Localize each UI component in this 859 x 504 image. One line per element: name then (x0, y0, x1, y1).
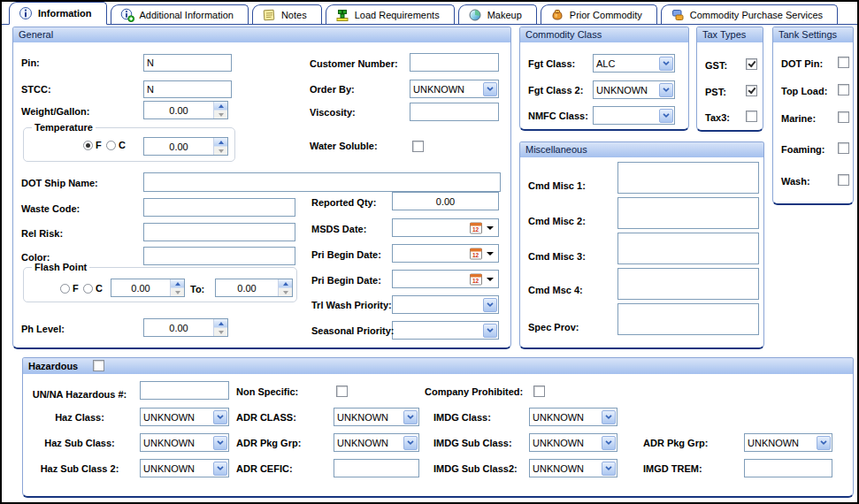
chevron-down-icon[interactable] (659, 57, 673, 71)
reported-qty-field[interactable] (392, 192, 499, 210)
imdg-class-dropdown[interactable]: UNKNOWN (529, 408, 617, 426)
spin-up-icon[interactable] (214, 138, 227, 147)
weight-gallon-stepper[interactable]: 0.00 (143, 101, 228, 119)
msds-date-label: MSDS Date: (311, 224, 366, 234)
spin-down-icon[interactable] (171, 288, 184, 296)
color-field[interactable] (143, 247, 295, 265)
pst-checkbox[interactable] (746, 85, 757, 96)
chevron-down-icon[interactable] (659, 83, 673, 97)
chevron-down-icon[interactable] (602, 436, 616, 450)
tab-makeup[interactable]: Makeup (458, 4, 537, 24)
temperature-f-radio[interactable] (83, 141, 93, 150)
nmfc-class-label: NMFC Class: (528, 111, 588, 121)
spin-down-icon[interactable] (214, 147, 227, 155)
trl-wash-priority-dropdown[interactable] (392, 295, 499, 314)
company-prohibited-label: Company Prohibited: (425, 386, 523, 397)
wash-checkbox[interactable] (838, 174, 849, 186)
chevron-down-icon[interactable] (602, 410, 616, 424)
flash-point-c-radio[interactable] (83, 284, 93, 294)
dot-ship-name-field[interactable] (143, 172, 501, 192)
adr-class-dropdown[interactable]: UNKNOWN (334, 408, 419, 426)
spin-up-icon[interactable] (279, 279, 292, 288)
chevron-down-icon[interactable] (213, 462, 227, 476)
chevron-down-icon[interactable] (487, 226, 494, 230)
order-by-dropdown[interactable]: UNKNOWN (410, 80, 499, 98)
general-header: General (13, 27, 510, 42)
adr-pkg-grp2-dropdown[interactable]: UNKNOWN (744, 433, 832, 452)
nmfc-class-dropdown[interactable] (593, 106, 675, 125)
tab-load-requirements[interactable]: Load Requirements (326, 4, 455, 24)
imdg-sub-class2-label: IMDG Sub Class2: (433, 463, 518, 474)
haz-sub-class2-dropdown[interactable]: UNKNOWN (140, 459, 229, 477)
spin-up-icon[interactable] (214, 102, 227, 111)
chevron-down-icon[interactable] (602, 462, 616, 476)
fgt-class2-dropdown[interactable]: UNKNOWN (593, 80, 675, 99)
commodity-class-header: Commodity Class (520, 27, 688, 42)
cmd-misc3-field[interactable] (617, 233, 759, 264)
imgd-trem-field[interactable] (744, 459, 832, 477)
spin-up-icon[interactable] (214, 319, 227, 328)
gst-checkbox[interactable] (746, 58, 757, 70)
chevron-down-icon[interactable] (213, 410, 227, 424)
pri-begin-date1-picker[interactable]: 12 (392, 244, 499, 263)
cmd-misc2-field[interactable] (617, 197, 759, 229)
spin-down-icon[interactable] (279, 288, 292, 296)
chevron-down-icon[interactable] (483, 298, 497, 312)
seasonal-priority-dropdown[interactable] (392, 321, 499, 340)
stcc-field[interactable] (143, 80, 232, 98)
tab-prior-commodity[interactable]: Prior Commodity (541, 4, 657, 24)
adr-cefic-field[interactable] (334, 459, 419, 477)
tab-information[interactable]: Information (9, 2, 107, 25)
imdg-sub-class-dropdown[interactable]: UNKNOWN (529, 433, 617, 452)
temperature-stepper[interactable]: 0.00 (143, 137, 228, 156)
cmd-msc4-field[interactable] (617, 268, 759, 300)
foaming-checkbox[interactable] (838, 142, 849, 154)
pri-begin-date2-picker[interactable]: 12 (392, 270, 499, 288)
hazardous-checkbox[interactable] (93, 360, 104, 371)
spin-down-icon[interactable] (214, 111, 227, 118)
waste-code-label: Waste Code: (21, 203, 80, 214)
spin-up-icon[interactable] (171, 279, 184, 288)
chevron-down-icon[interactable] (487, 278, 494, 281)
chevron-down-icon[interactable] (403, 436, 418, 450)
haz-sub-class-dropdown[interactable]: UNKNOWN (140, 433, 229, 452)
haz-class-dropdown[interactable]: UNKNOWN (140, 408, 229, 426)
msds-date-picker[interactable]: 12 (392, 218, 499, 237)
tab-notes[interactable]: Notes (252, 4, 322, 24)
imdg-sub-class2-dropdown[interactable]: UNKNOWN (529, 459, 617, 477)
flash-point-to-stepper[interactable]: 0.00 (215, 279, 293, 297)
chevron-down-icon[interactable] (817, 436, 831, 450)
viscosity-field[interactable] (410, 103, 499, 121)
flash-point-f-radio[interactable] (60, 284, 70, 294)
temperature-c-radio[interactable] (106, 141, 116, 150)
tab-additional-information[interactable]: Additional Information (111, 4, 249, 24)
chevron-down-icon[interactable] (659, 109, 673, 123)
cmd-misc1-field[interactable] (617, 162, 759, 194)
top-load-checkbox[interactable] (838, 84, 849, 95)
wash-label: Wash: (781, 176, 810, 187)
non-specific-checkbox[interactable] (336, 386, 348, 397)
water-soluble-checkbox[interactable] (412, 141, 424, 152)
tab-commodity-purchase-services[interactable]: Commodity Purchase Services (661, 4, 838, 24)
chevron-down-icon[interactable] (483, 82, 497, 96)
adr-pkg-grp-dropdown[interactable]: UNKNOWN (334, 433, 419, 452)
fgt-class-dropdown[interactable]: ALC (593, 54, 675, 73)
company-prohibited-checkbox[interactable] (533, 386, 545, 397)
tax3-checkbox[interactable] (746, 111, 757, 122)
flash-point-from-stepper[interactable]: 0.00 (111, 279, 185, 297)
dot-pin-checkbox[interactable] (838, 57, 849, 68)
ph-level-stepper[interactable]: 0.00 (143, 318, 228, 337)
chevron-down-icon[interactable] (403, 410, 418, 424)
waste-code-field[interactable] (143, 198, 295, 217)
svg-text:12: 12 (472, 252, 479, 258)
marine-checkbox[interactable] (838, 111, 849, 123)
pin-field[interactable] (143, 54, 232, 72)
spec-prov-field[interactable] (617, 303, 759, 335)
chevron-down-icon[interactable] (483, 324, 497, 338)
un-na-hazardous-field[interactable] (140, 381, 229, 400)
spin-down-icon[interactable] (214, 328, 227, 336)
customer-number-field[interactable] (410, 53, 499, 72)
chevron-down-icon[interactable] (213, 436, 227, 450)
chevron-down-icon[interactable] (487, 252, 494, 256)
rel-risk-field[interactable] (143, 223, 295, 241)
